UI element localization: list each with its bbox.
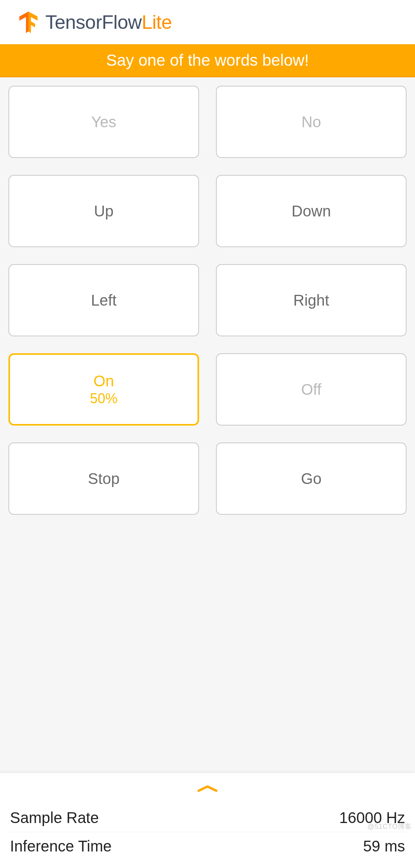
word-label: Yes — [91, 113, 116, 131]
word-label: Down — [292, 203, 331, 220]
word-label: Left — [91, 292, 117, 309]
word-tile-on[interactable]: On50% — [8, 353, 199, 426]
app-header: TensorFlowLite — [0, 0, 415, 44]
word-label: On — [93, 372, 114, 390]
word-label: Go — [301, 470, 321, 487]
sample-rate-row: Sample Rate 16000 Hz — [8, 804, 407, 832]
word-tile-off[interactable]: Off — [216, 353, 407, 426]
inference-time-label: Inference Time — [10, 838, 112, 855]
word-tile-stop[interactable]: Stop — [8, 442, 199, 515]
app-title: TensorFlowLite — [45, 11, 172, 33]
brand-main: TensorFlow — [45, 12, 142, 33]
watermark: @51CTO博客 — [367, 822, 412, 831]
sample-rate-label: Sample Rate — [10, 809, 99, 826]
word-label: Stop — [88, 470, 120, 487]
inference-time-value: 59 ms — [363, 838, 405, 855]
word-tile-go[interactable]: Go — [216, 442, 407, 515]
brand-sub: Lite — [142, 12, 172, 33]
word-label: Right — [293, 292, 329, 309]
inference-time-row: Inference Time 59 ms — [8, 832, 407, 860]
word-confidence: 50% — [90, 391, 118, 407]
bottom-panel[interactable]: Sample Rate 16000 Hz Inference Time 59 m… — [0, 773, 415, 868]
word-tile-right[interactable]: Right — [216, 264, 407, 336]
word-label: Up — [94, 203, 113, 220]
word-tile-yes[interactable]: Yes — [8, 86, 199, 158]
word-grid: YesNoUpDownLeftRightOn50%OffStopGo — [0, 77, 415, 523]
word-label: Off — [301, 381, 322, 398]
instruction-banner: Say one of the words below! — [0, 44, 415, 77]
word-label: No — [301, 113, 321, 131]
tensorflow-logo-icon — [18, 12, 38, 33]
instruction-text: Say one of the words below! — [106, 51, 309, 70]
word-tile-no[interactable]: No — [216, 86, 407, 158]
panel-drag-handle[interactable] — [8, 785, 407, 794]
word-tile-up[interactable]: Up — [8, 175, 199, 247]
chevron-up-icon[interactable] — [197, 785, 218, 794]
word-tile-down[interactable]: Down — [216, 175, 407, 247]
word-tile-left[interactable]: Left — [8, 264, 199, 336]
